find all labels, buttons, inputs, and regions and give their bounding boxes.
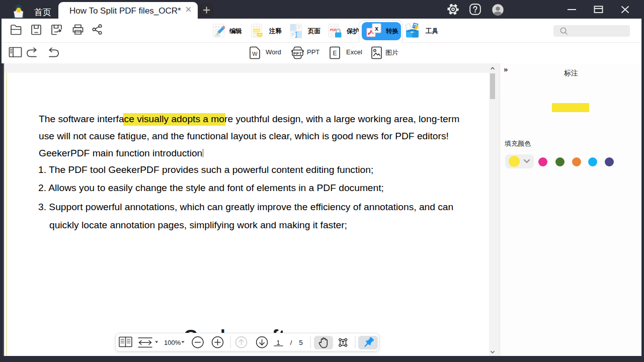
svg-text:PPT: PPT — [293, 51, 302, 56]
svg-text:PDF: PDF — [330, 28, 337, 32]
svg-text:W: W — [252, 51, 258, 57]
svg-text:5: 5 — [299, 339, 303, 346]
svg-text:x: x — [375, 25, 378, 32]
svg-text:100%: 100% — [164, 339, 181, 346]
svg-text:E: E — [333, 50, 337, 57]
svg-text:1: 1 — [276, 339, 280, 346]
svg-text:/: / — [290, 339, 292, 346]
